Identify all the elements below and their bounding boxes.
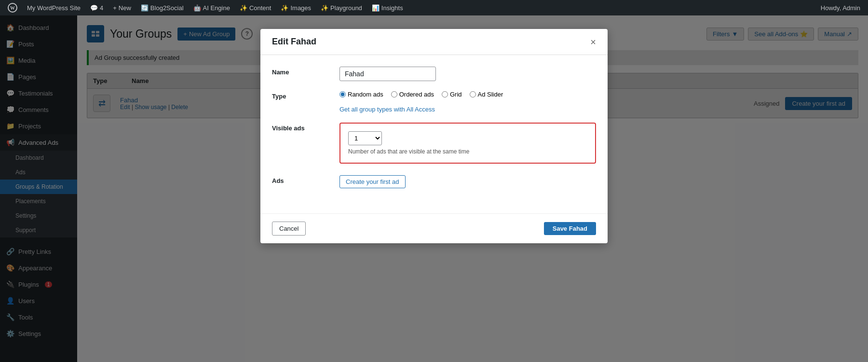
ads-control: Create your first ad bbox=[339, 175, 596, 188]
adminbar-new[interactable]: + New bbox=[109, 0, 135, 15]
adminbar-blog2social[interactable]: 🔄 Blog2Social bbox=[137, 0, 188, 15]
type-control: Random ads Ordered ads Grid Ad Slid bbox=[339, 91, 596, 113]
modal-overlay: Edit Fahad × Name Type Random ads bbox=[0, 0, 868, 362]
radio-ad-slider-input[interactable] bbox=[470, 91, 476, 97]
visible-ads-label: Visible ads bbox=[272, 123, 330, 132]
visible-ads-box: 1 2 3 4 5 Number of ads that are visible… bbox=[339, 123, 596, 164]
form-row-name: Name bbox=[272, 67, 596, 81]
adminbar-comments[interactable]: 💬 4 bbox=[86, 0, 107, 15]
svg-text:W: W bbox=[10, 5, 15, 11]
radio-grid[interactable]: Grid bbox=[442, 91, 462, 98]
form-row-visible-ads: Visible ads 1 2 3 4 5 Number of bbox=[272, 123, 596, 166]
ads-label: Ads bbox=[272, 175, 330, 184]
visible-ads-control: 1 2 3 4 5 Number of ads that are visible… bbox=[339, 123, 596, 166]
edit-modal: Edit Fahad × Name Type Random ads bbox=[260, 29, 608, 243]
admin-bar: W My WordPress Site 💬 4 + New 🔄 Blog2Soc… bbox=[0, 0, 868, 15]
type-label: Type bbox=[272, 91, 330, 100]
adminbar-images[interactable]: ✨ Images bbox=[277, 0, 315, 15]
radio-random-ads[interactable]: Random ads bbox=[339, 91, 383, 98]
radio-ordered-ads-input[interactable] bbox=[391, 91, 397, 97]
modal-header: Edit Fahad × bbox=[260, 29, 608, 55]
modal-footer: Cancel Save Fahad bbox=[260, 213, 608, 243]
create-first-ad-modal-button[interactable]: Create your first ad bbox=[339, 175, 406, 188]
visible-ads-inner: 1 2 3 4 5 bbox=[348, 131, 587, 145]
adminbar-insights[interactable]: 📊 Insights bbox=[368, 0, 407, 15]
comment-icon: 💬 bbox=[90, 4, 98, 12]
name-label: Name bbox=[272, 67, 330, 76]
playground-icon: ✨ bbox=[321, 4, 328, 12]
modal-body: Name Type Random ads Ord bbox=[260, 55, 608, 209]
cancel-button[interactable]: Cancel bbox=[272, 222, 306, 236]
radio-ad-slider[interactable]: Ad Slider bbox=[470, 91, 503, 98]
adminbar-wp-logo[interactable]: W bbox=[4, 0, 21, 15]
save-button[interactable]: Save Fahad bbox=[544, 222, 596, 235]
content-icon: ✨ bbox=[240, 4, 247, 12]
radio-grid-input[interactable] bbox=[442, 91, 448, 97]
modal-close-button[interactable]: × bbox=[590, 37, 596, 47]
adminbar-ai-engine[interactable]: 🤖 AI Engine bbox=[190, 0, 234, 15]
adminbar-playground[interactable]: ✨ Playground bbox=[317, 0, 366, 15]
adminbar-content[interactable]: ✨ Content bbox=[236, 0, 275, 15]
form-row-ads: Ads Create your first ad bbox=[272, 175, 596, 188]
adminbar-user[interactable]: Howdy, Admin bbox=[817, 0, 864, 15]
get-all-types-link[interactable]: Get all group types with All Access bbox=[339, 106, 435, 113]
name-control bbox=[339, 67, 596, 81]
blog2social-icon: 🔄 bbox=[141, 4, 149, 12]
modal-title: Edit Fahad bbox=[272, 37, 316, 47]
radio-random-ads-input[interactable] bbox=[339, 91, 346, 97]
insights-icon: 📊 bbox=[372, 4, 380, 12]
adminbar-site-name[interactable]: My WordPress Site bbox=[23, 0, 84, 15]
ai-engine-icon: 🤖 bbox=[193, 4, 201, 12]
type-radio-group: Random ads Ordered ads Grid Ad Slid bbox=[339, 91, 596, 113]
images-icon: ✨ bbox=[281, 4, 288, 12]
radio-ordered-ads[interactable]: Ordered ads bbox=[391, 91, 434, 98]
form-row-type: Type Random ads Ordered ads bbox=[272, 91, 596, 113]
name-input[interactable] bbox=[339, 67, 436, 81]
visible-ads-select[interactable]: 1 2 3 4 5 bbox=[348, 131, 382, 145]
new-icon: + bbox=[113, 4, 117, 12]
visible-ads-hint: Number of ads that are visible at the sa… bbox=[348, 148, 587, 155]
